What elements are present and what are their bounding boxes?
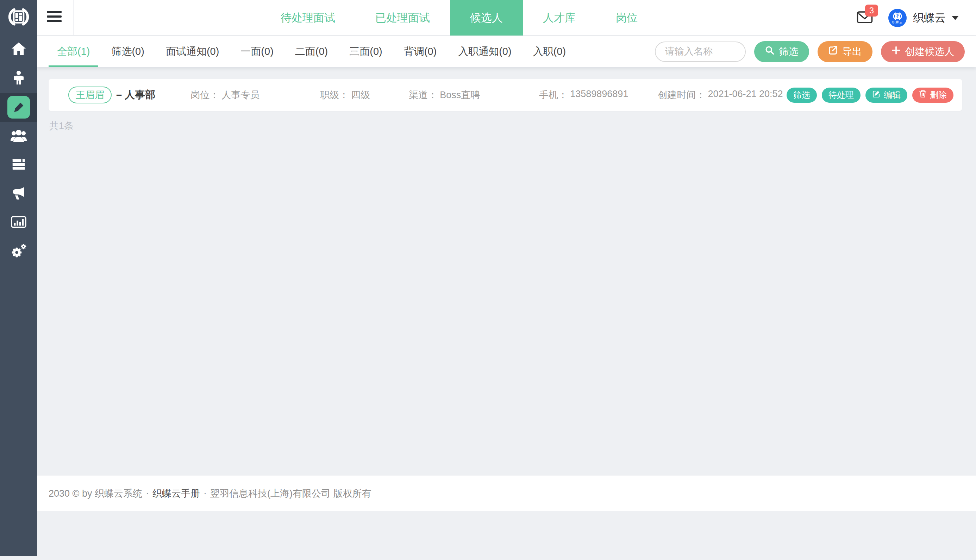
filter-tab-background-check[interactable]: 背调(0) <box>395 36 445 67</box>
edit-icon <box>872 90 881 100</box>
tab-candidates[interactable]: 候选人 <box>450 0 523 35</box>
header: 待处理面试 已处理面试 候选人 人才库 岗位 3 <box>37 0 976 35</box>
row-action-pending-label: 待处理 <box>829 89 854 101</box>
filter-tab-third-interview[interactable]: 三面(0) <box>341 36 391 67</box>
notification-badge: 3 <box>865 5 878 17</box>
sidebar-item-candidates-active[interactable] <box>0 93 37 122</box>
footer-manual-link[interactable]: 织蝶云手册 <box>152 487 200 500</box>
app-logo[interactable] <box>0 0 37 35</box>
row-action-pending[interactable]: 待处理 <box>822 88 861 103</box>
row-action-screening[interactable]: 筛选 <box>787 88 817 103</box>
footer-company: 翌羽信息科技(上海)有限公司 版权所有 <box>210 487 371 500</box>
row-action-edit-label: 编辑 <box>884 89 901 101</box>
trash-icon <box>919 90 927 100</box>
home-icon <box>10 41 27 58</box>
tab-processed-interviews[interactable]: 已处理面试 <box>355 0 450 35</box>
megaphone-icon <box>11 186 27 202</box>
row-action-screening-label: 筛选 <box>793 89 810 101</box>
export-icon <box>828 45 838 58</box>
sidebar-item-users[interactable] <box>0 122 37 150</box>
list-icon <box>11 157 27 173</box>
filter-tab-screening[interactable]: 筛选(0) <box>103 36 152 67</box>
filter-tab-second-interview[interactable]: 二面(0) <box>287 36 336 67</box>
toolbar: 全部(1) 筛选(0) 面试通知(0) 一面(0) 二面(0) 三面(0) 背调… <box>37 36 976 67</box>
users-icon <box>10 128 27 145</box>
edit-pencil-icon <box>7 96 30 118</box>
field-level: 职级：四级 <box>320 88 370 101</box>
menu-toggle-button[interactable] <box>47 11 62 25</box>
filter-tab-onboard[interactable]: 入职(0) <box>525 36 574 67</box>
footer: 2030 © by 织蝶云系统 · 织蝶云手册 · 翌羽信息科技(上海)有限公司… <box>37 476 976 511</box>
header-right: 3 织蝶云 织蝶云 <box>845 0 976 35</box>
field-position: 岗位：人事专员 <box>191 88 259 101</box>
search-input[interactable] <box>655 42 746 62</box>
plus-icon <box>891 46 901 57</box>
toolbar-controls: 筛选 导出 创建候选人 <box>655 36 965 67</box>
sidebar-item-records[interactable] <box>0 150 37 179</box>
row-action-edit[interactable]: 编辑 <box>866 88 907 103</box>
footer-separator: · <box>146 488 149 499</box>
notifications-button[interactable]: 3 <box>857 10 873 26</box>
user-menu[interactable]: 织蝶云 <box>913 10 946 25</box>
candidate-row: 王眉眉 – 人事部 岗位：人事专员 职级：四级 渠道：Boss直聘 手机：135… <box>48 79 962 111</box>
filter-tab-interview-notice[interactable]: 面试通知(0) <box>157 36 227 67</box>
filter-tab-onboard-notice[interactable]: 入职通知(0) <box>450 36 520 67</box>
filter-tabs: 全部(1) 筛选(0) 面试通知(0) 一面(0) 二面(0) 三面(0) 背调… <box>48 36 579 67</box>
footer-separator: · <box>204 488 207 499</box>
user-avatar[interactable]: 织蝶云 <box>888 9 907 27</box>
page: 待处理面试 已处理面试 候选人 人才库 岗位 3 <box>0 0 976 560</box>
export-button-label: 导出 <box>842 45 862 58</box>
tab-pending-interviews[interactable]: 待处理面试 <box>261 0 355 35</box>
sidebar-item-person[interactable] <box>0 64 37 93</box>
sidebar <box>0 0 37 556</box>
settings-gears-icon <box>10 243 27 260</box>
top-nav: 待处理面试 已处理面试 候选人 人才库 岗位 <box>74 0 845 35</box>
export-button[interactable]: 导出 <box>817 41 872 62</box>
avatar-mini-label: 织蝶云 <box>892 20 903 24</box>
person-icon <box>11 70 26 87</box>
sidebar-item-home[interactable] <box>0 35 37 64</box>
sidebar-item-announcements[interactable] <box>0 179 37 208</box>
tab-positions[interactable]: 岗位 <box>596 0 658 35</box>
field-created-time: 创建时间：2021-06-21 20:52 <box>658 88 783 101</box>
row-action-delete[interactable]: 删除 <box>912 88 953 103</box>
filter-button-label: 筛选 <box>779 45 799 58</box>
row-action-delete-label: 删除 <box>930 89 947 101</box>
record-count: 共1条 <box>49 120 74 132</box>
search-icon <box>765 45 775 58</box>
mail-icon <box>857 19 873 25</box>
filter-tab-first-interview[interactable]: 一面(0) <box>232 36 282 67</box>
app-logo-icon <box>8 7 30 28</box>
filter-tab-all[interactable]: 全部(1) <box>48 36 98 67</box>
filter-button[interactable]: 筛选 <box>754 41 809 62</box>
candidate-department: – 人事部 <box>116 88 155 102</box>
sidebar-item-reports[interactable] <box>0 208 37 237</box>
tab-talent-pool[interactable]: 人才库 <box>523 0 596 35</box>
footer-copyright: 2030 © by 织蝶云系统 <box>48 487 142 500</box>
row-actions: 筛选 待处理 编辑 删除 <box>787 88 953 103</box>
field-channel: 渠道：Boss直聘 <box>409 88 480 101</box>
field-phone: 手机：13589896891 <box>539 88 628 101</box>
create-candidate-button[interactable]: 创建候选人 <box>881 41 965 62</box>
chevron-down-icon <box>952 16 959 20</box>
bar-chart-icon <box>10 215 27 231</box>
candidate-name-badge[interactable]: 王眉眉 <box>68 87 112 103</box>
create-button-label: 创建候选人 <box>905 45 954 58</box>
sidebar-item-settings[interactable] <box>0 237 37 266</box>
